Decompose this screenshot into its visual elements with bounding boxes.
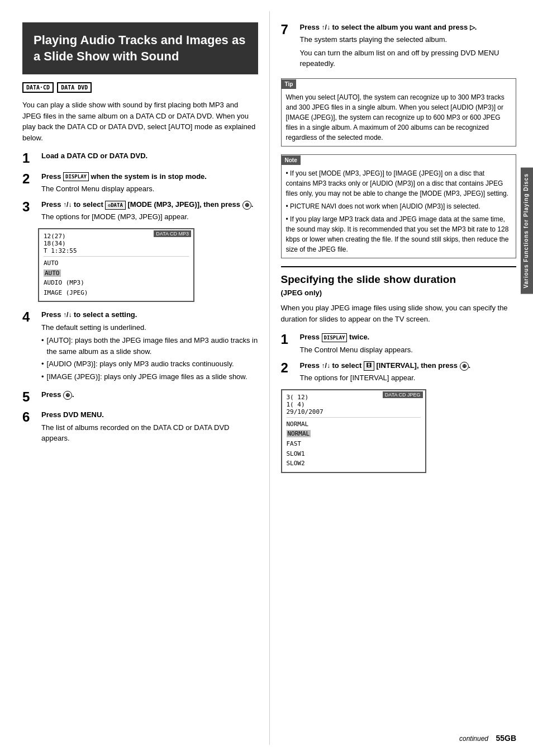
note-label: Note — [282, 155, 301, 165]
screen2-item-4: SLOW2 — [287, 459, 421, 469]
step-3: 3 Press ↑/↓ to select ⚙DATA [MODE (MP3, … — [22, 200, 258, 223]
screen2-item-1: NORMAL — [287, 429, 421, 439]
bullet-2: [AUDIO (MP3)]: plays only MP3 audio trac… — [41, 358, 258, 370]
screen-mockup-1: 12(27) 18(34) T 1:32:55 DATA CD MP3 AUTO… — [38, 228, 194, 302]
step-6-number: 6 — [22, 410, 38, 424]
screen1-row1: 12(27) — [44, 233, 77, 240]
screen2-row3: 29/10/2007 — [287, 408, 323, 415]
continued-label: continued — [459, 735, 488, 743]
note-box: Note • If you set [MODE (MP3, JPEG)] to … — [281, 154, 517, 258]
note-item-1: • If you set [MODE (MP3, JPEG)] to [IMAG… — [286, 168, 512, 199]
step-4-bullets: [AUTO]: plays both the JPEG image files … — [41, 335, 258, 382]
screen1-row2: 18(34) — [44, 240, 77, 247]
step-3-number: 3 — [22, 200, 38, 214]
enter-icon-3: ⊕ — [460, 362, 469, 371]
step-7-title: Press ↑/↓ to select the album you want a… — [300, 23, 477, 31]
section2-step-2-number: 2 — [281, 361, 297, 375]
screen2-item-3: SLOW1 — [287, 449, 421, 459]
section2-step-1: 1 Press DISPLAY twice. The Control Menu … — [281, 332, 517, 355]
note-item-2: • PICTURE NAVI does not work when [AUDIO… — [286, 201, 512, 211]
step-4-number: 4 — [22, 310, 38, 324]
screen1-row3: T 1:32:55 — [44, 247, 77, 254]
mode-icon: ⚙DATA — [105, 201, 126, 210]
section-2-intro: When you play JPEG image files using sli… — [281, 303, 517, 324]
arrow-updown-icon: ↑/↓ — [63, 201, 72, 209]
step-7-body1: The system starts playing the selected a… — [300, 34, 517, 69]
tip-item-1: When you select [AUTO], the system can r… — [286, 92, 512, 143]
badge-data-cd: DATA·CD — [22, 82, 54, 93]
section2-step-2: 2 Press ↑/↓ to select 🎞 [INTERVAL], then… — [281, 361, 517, 384]
step-7-number: 7 — [281, 22, 297, 37]
title-box: Playing Audio Tracks and Images as a Sli… — [22, 22, 258, 74]
arrow-updown-3-icon: ↑/↓ — [322, 23, 330, 31]
badges-row: DATA·CD DATA DVD — [22, 82, 258, 93]
screen1-item-3: IMAGE (JPEG) — [44, 288, 189, 298]
enter-icon-2: ⊕ — [63, 391, 72, 400]
badge-data-dvd: DATA DVD — [57, 82, 92, 93]
arrow-updown-4-icon: ↑/↓ — [322, 362, 330, 370]
section2-step-2-body: The options for [INTERVAL] appear. — [300, 372, 517, 384]
step-1-number: 1 — [22, 151, 38, 166]
section-2-title: Specifying the slide show duration — [281, 266, 517, 287]
step-5: 5 Press ⊕. — [22, 390, 258, 404]
step-3-title: Press ↑/↓ to select ⚙DATA [MODE (MP3, JP… — [41, 200, 253, 209]
play-icon: ▷ — [470, 23, 475, 31]
screen-mockup-2: 3( 12) 1( 4) 29/10/2007 DATA CD JPEG NOR… — [281, 389, 426, 473]
step-1: 1 Load a DATA CD or DATA DVD. — [22, 151, 258, 166]
screen2-label: DATA CD JPEG — [383, 391, 423, 398]
screen2-item-2: FAST — [287, 439, 421, 449]
step-2-title: Press DISPLAY when the system is in stop… — [41, 172, 207, 181]
intro-text: You can play a slide show with sound by … — [22, 100, 258, 143]
step-4-title: Press ↑/↓ to select a setting. — [41, 310, 137, 319]
screen1-item-1: AUTO — [44, 268, 189, 278]
screen2-row2: 1( 4) — [287, 401, 323, 408]
step-2-number: 2 — [22, 172, 38, 186]
display-icon: DISPLAY — [63, 172, 89, 182]
screen1-item-2: AUDIO (MP3) — [44, 278, 189, 288]
step-4-body-intro: The default setting is underlined. — [41, 322, 258, 333]
section-2-subtitle: (JPEG only) — [281, 289, 517, 297]
step-6-body: The list of albums recorded on the DATA … — [41, 422, 258, 444]
step-7: 7 Press ↑/↓ to select the album you want… — [281, 22, 517, 72]
step-5-title: Press ⊕. — [41, 390, 74, 399]
section2-step-2-title: Press ↑/↓ to select 🎞 [INTERVAL], then p… — [300, 361, 471, 370]
arrow-updown-2-icon: ↑/↓ — [63, 311, 72, 319]
step-3-body: The options for [MODE (MP3, JPEG)] appea… — [41, 211, 258, 223]
step-4: 4 Press ↑/↓ to select a setting. The def… — [22, 310, 258, 384]
screen1-label: DATA CD MP3 — [154, 230, 191, 237]
section2-step-1-title: Press DISPLAY twice. — [300, 333, 370, 341]
section2-step-1-body: The Control Menu display appears. — [300, 344, 517, 356]
step-6-title: Press DVD MENU. — [41, 410, 104, 419]
tip-box: Tip When you select [AUTO], the system c… — [281, 78, 517, 147]
step-2-body: The Control Menu display appears. — [41, 183, 258, 195]
bullet-1: [AUTO]: plays both the JPEG image files … — [41, 335, 258, 357]
screen2-item-0: NORMAL — [287, 419, 421, 429]
step-1-title: Load a DATA CD or DATA DVD. — [41, 152, 147, 160]
screen2-row1: 3( 12) — [287, 394, 323, 401]
page-number: 55GB — [496, 734, 516, 743]
section2-step-1-number: 1 — [281, 332, 297, 347]
step-2: 2 Press DISPLAY when the system is in st… — [22, 172, 258, 195]
section-2: Specifying the slide show duration (JPEG… — [281, 266, 517, 473]
step-6: 6 Press DVD MENU. The list of albums rec… — [22, 410, 258, 443]
step-5-number: 5 — [22, 390, 38, 404]
tip-label: Tip — [282, 79, 297, 89]
screen1-item-0: AUTO — [44, 258, 189, 268]
note-item-3: • If you play large MP3 track data and J… — [286, 214, 512, 254]
interval-icon: 🎞 — [364, 361, 374, 371]
bullet-3: [IMAGE (JPEG)]: plays only JPEG image fi… — [41, 371, 258, 382]
page-title: Playing Audio Tracks and Images as a Sli… — [34, 32, 247, 64]
display-icon-2: DISPLAY — [322, 333, 348, 343]
side-tab: Various Functions for Playing Discs — [521, 168, 533, 294]
enter-icon: ⊕ — [242, 201, 251, 210]
